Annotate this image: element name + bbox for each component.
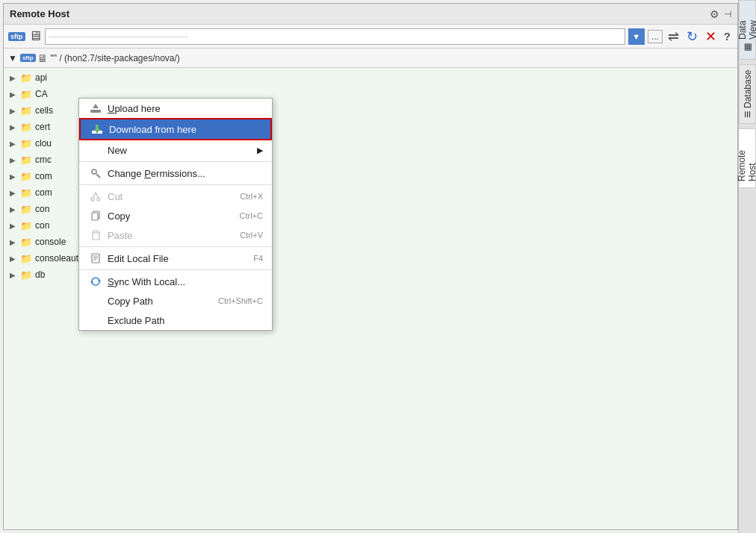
tab-database[interactable]: ≡ Database [739, 64, 756, 124]
tree-label: com [35, 171, 52, 181]
new-label: New [108, 145, 127, 156]
svg-point-6 [91, 198, 94, 201]
tree-label: con [35, 204, 49, 214]
context-menu-upload-here[interactable]: Upload here [79, 99, 272, 118]
dropdown-button[interactable]: ▼ [628, 28, 645, 45]
folder-icon: 📁 [20, 237, 32, 248]
cut-icon [88, 190, 103, 202]
tree-label: console [35, 237, 66, 247]
tab-data-view[interactable]: ▦ Data View [739, 0, 756, 60]
tree-arrow: ▶ [10, 271, 19, 279]
tree-item-api[interactable]: ▶ 📁 api [4, 69, 737, 86]
sftp-badge: sftp [8, 32, 25, 41]
tree-arrow: ▶ [10, 107, 19, 115]
ellipsis-button[interactable]: ... [648, 30, 663, 43]
ctx-separator-1 [79, 161, 272, 162]
folder-icon: 📁 [20, 253, 32, 264]
ctx-separator-4 [79, 269, 272, 270]
data-view-label: Data View [737, 7, 757, 40]
sync-icon [88, 275, 103, 287]
tree-arrow: ▶ [10, 255, 19, 263]
folder-icon: 📁 [20, 122, 32, 133]
tree-label: consoleauth [35, 253, 84, 264]
exclude-path-icon [88, 314, 103, 326]
edit-local-file-shortcut: F4 [253, 254, 263, 263]
copy-shortcut: Ctrl+C [240, 211, 263, 220]
paste-shortcut: Ctrl+V [240, 231, 263, 240]
tree-arrow: ▶ [10, 140, 19, 148]
context-menu-copy-path[interactable]: Copy Path Ctrl+Shift+C [79, 291, 272, 311]
edit-local-file-label: Edit Local File [108, 253, 169, 264]
context-menu-paste: Paste Ctrl+V [79, 225, 272, 245]
copy-label: Copy [108, 211, 130, 222]
context-menu-new[interactable]: New ▶ [79, 140, 272, 160]
breadcrumb-path: "" / (hon2.7/site-packages/nova/) [51, 53, 180, 63]
cut-label: Cut [108, 191, 123, 202]
svg-rect-4 [96, 125, 99, 129]
tree-arrow: ▶ [10, 189, 19, 197]
transfer-button[interactable]: ⇌ [666, 28, 681, 45]
copy-path-icon [88, 295, 103, 307]
folder-icon: 📁 [20, 138, 32, 149]
exclude-path-label: Exclude Path [108, 315, 165, 326]
folder-icon: 📁 [20, 269, 32, 281]
paste-icon [88, 229, 103, 241]
context-menu-download-from-here[interactable]: Download from here [79, 118, 272, 140]
tree-label: com [35, 187, 52, 198]
sftp-icon: sftp 🖥 [8, 28, 42, 44]
folder-icon: 📁 [20, 204, 32, 215]
tree-arrow: ▶ [10, 222, 19, 230]
folder-icon: 📁 [20, 171, 32, 182]
tree-arrow: ▶ [10, 90, 19, 99]
download-icon [90, 123, 105, 135]
upload-icon [88, 102, 103, 114]
paste-label: Paste [108, 230, 132, 241]
remote-host-label: Remote Host [737, 135, 756, 181]
context-menu-sync-with-local[interactable]: Sync With Local... [79, 272, 272, 291]
change-permissions-label: Change Permissions... [108, 168, 205, 179]
folder-icon: 📁 [20, 89, 32, 100]
help-button[interactable]: ? [722, 30, 733, 43]
ctx-separator-3 [79, 246, 272, 247]
context-menu-change-permissions[interactable]: Change Permissions... [79, 163, 272, 183]
file-tree: ▶ 📁 api ▶ 📁 CA ▶ 📁 cells ▶ 📁 cert ▶ [4, 68, 737, 529]
tree-label: con [35, 220, 49, 231]
context-menu-edit-local-file[interactable]: Edit Local File F4 [79, 249, 272, 268]
svg-rect-11 [93, 231, 98, 233]
settings-icon[interactable]: ⚙ [710, 8, 719, 20]
toolbar: sftp 🖥 ▼ ... ⇌ ↻ ✕ ? [4, 25, 737, 49]
tree-arrow: ▶ [10, 156, 19, 164]
svg-point-7 [97, 198, 100, 201]
edit-icon [88, 252, 103, 264]
context-menu-exclude-path[interactable]: Exclude Path [79, 311, 272, 330]
right-sidebar: ▦ Data View ≡ Database Remote Host [738, 0, 756, 533]
folder-icon: 📁 [20, 220, 32, 231]
context-menu-copy[interactable]: Copy Ctrl+C [79, 206, 272, 225]
header-icons: ⚙ ⊣ [710, 8, 731, 20]
svg-rect-0 [90, 110, 101, 113]
ctx-separator-2 [79, 184, 272, 185]
folder-icon: 📁 [20, 155, 32, 166]
tab-remote-host[interactable]: Remote Host [739, 128, 756, 188]
path-input[interactable] [45, 28, 625, 45]
panel-header: Remote Host ⚙ ⊣ [4, 4, 737, 25]
tree-label: cells [35, 105, 53, 116]
svg-marker-1 [93, 104, 99, 108]
tree-arrow: ▶ [10, 123, 19, 131]
context-menu: Upload here Download from here [78, 98, 273, 331]
tree-label: CA [35, 89, 48, 99]
folder-icon: 📁 [20, 187, 32, 199]
folder-icon: 📁 [20, 72, 32, 84]
upload-here-label: Upload here [108, 103, 161, 114]
panel-title: Remote Host [10, 8, 69, 19]
permissions-icon [88, 167, 103, 179]
database-icon: ≡ [741, 111, 755, 118]
sync-with-local-label: Sync With Local... [108, 276, 185, 287]
tree-label: db [35, 269, 45, 280]
breadcrumb-expand-icon: ▼ [8, 53, 17, 63]
breadcrumb-sftp-icon: sftp 🖥 [20, 52, 48, 64]
tree-arrow: ▶ [10, 172, 19, 181]
pin-icon[interactable]: ⊣ [724, 9, 731, 19]
close-connection-button[interactable]: ✕ [703, 28, 719, 45]
refresh-button[interactable]: ↻ [684, 28, 700, 45]
